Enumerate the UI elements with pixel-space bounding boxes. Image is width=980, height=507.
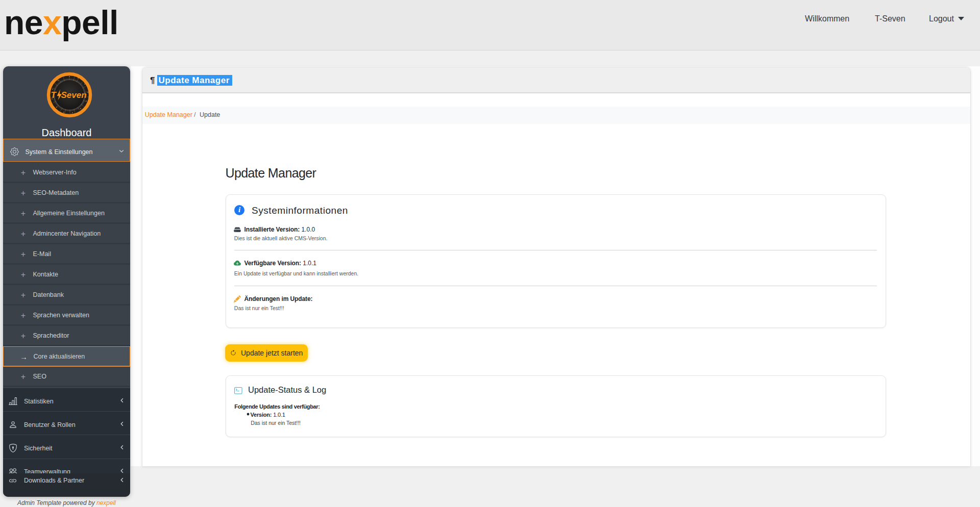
svg-text:Seven: Seven <box>61 90 87 100</box>
svg-text:T: T <box>51 90 57 100</box>
